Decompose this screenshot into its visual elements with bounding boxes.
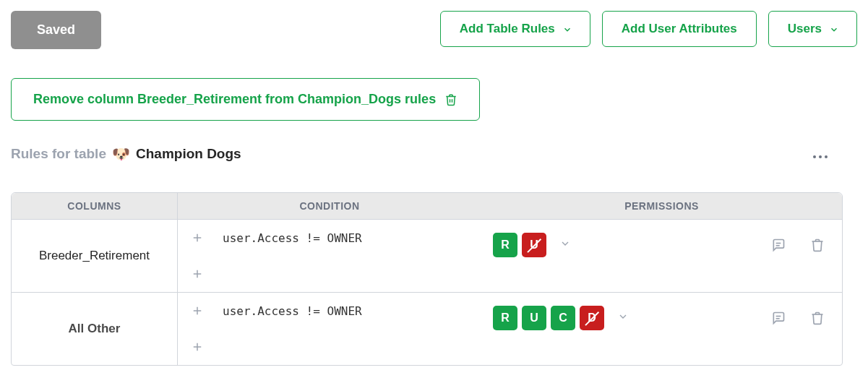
- svg-point-2: [825, 155, 828, 158]
- comment-icon[interactable]: [771, 311, 786, 325]
- columns-header: COLUMNS: [12, 193, 178, 220]
- remove-column-button[interactable]: Remove column Breeder_Retirement from Ch…: [11, 78, 480, 121]
- condition-text[interactable]: user.Access != OWNER: [223, 304, 362, 318]
- dog-icon: 🐶: [112, 147, 130, 161]
- add-table-rules-label: Add Table Rules: [460, 22, 555, 36]
- permissions-header: PERMISSIONS: [481, 193, 842, 220]
- more-icon[interactable]: [812, 145, 828, 163]
- permissions-cell: RUCD: [481, 293, 713, 365]
- remove-column-label: Remove column Breeder_Retirement from Ch…: [33, 92, 436, 107]
- rules-heading-prefix: Rules for table: [11, 146, 106, 162]
- users-label: Users: [788, 22, 822, 36]
- comment-icon[interactable]: [771, 238, 786, 252]
- actions-cell: [713, 220, 842, 293]
- permission-badge-c[interactable]: C: [551, 306, 575, 330]
- column-name-cell: All Other: [12, 293, 178, 365]
- add-user-attributes-label: Add User Attributes: [622, 22, 737, 36]
- permissions-expand-icon[interactable]: [617, 311, 629, 325]
- chevron-down-icon: [562, 25, 571, 33]
- condition-cell: user.Access != OWNER: [178, 293, 481, 365]
- svg-point-0: [813, 155, 816, 158]
- delete-rule-icon[interactable]: [810, 238, 825, 252]
- permission-badge-d[interactable]: D: [580, 306, 604, 330]
- add-condition-button[interactable]: [189, 266, 205, 282]
- delete-rule-icon[interactable]: [810, 311, 825, 325]
- permission-badge-r[interactable]: R: [493, 233, 517, 257]
- permissions-expand-icon[interactable]: [559, 238, 571, 252]
- rules-heading: Rules for table 🐶 Champion Dogs: [11, 146, 241, 162]
- table-row: All Otheruser.Access != OWNERRUCD: [12, 293, 842, 365]
- scroll-area[interactable]: Rules for table 🐶 Champion Dogs COLUMNS …: [11, 145, 857, 391]
- column-name-cell: Breeder_Retirement: [12, 220, 178, 293]
- table-row: Breeder_Retirementuser.Access != OWNERRU: [12, 220, 842, 293]
- actions-cell: [713, 293, 842, 365]
- add-condition-button[interactable]: [189, 303, 205, 319]
- permission-badge-u[interactable]: U: [522, 233, 546, 257]
- add-table-rules-button[interactable]: Add Table Rules: [440, 11, 590, 47]
- permissions-cell: RU: [481, 220, 713, 293]
- add-condition-button[interactable]: [189, 339, 205, 355]
- rules-table: COLUMNS CONDITION PERMISSIONS Breeder_Re…: [11, 192, 843, 366]
- condition-cell: user.Access != OWNER: [178, 220, 481, 293]
- permission-badge-r[interactable]: R: [493, 306, 517, 330]
- svg-point-1: [819, 155, 822, 158]
- condition-header: CONDITION: [178, 193, 481, 220]
- users-button[interactable]: Users: [768, 11, 857, 47]
- chevron-down-icon: [829, 25, 838, 33]
- condition-text[interactable]: user.Access != OWNER: [223, 231, 362, 245]
- add-condition-button[interactable]: [189, 230, 205, 246]
- trash-icon: [444, 93, 457, 106]
- saved-button: Saved: [11, 11, 101, 49]
- add-user-attributes-button[interactable]: Add User Attributes: [602, 11, 757, 47]
- rules-heading-table-name: Champion Dogs: [136, 146, 241, 162]
- permission-badge-u[interactable]: U: [522, 306, 546, 330]
